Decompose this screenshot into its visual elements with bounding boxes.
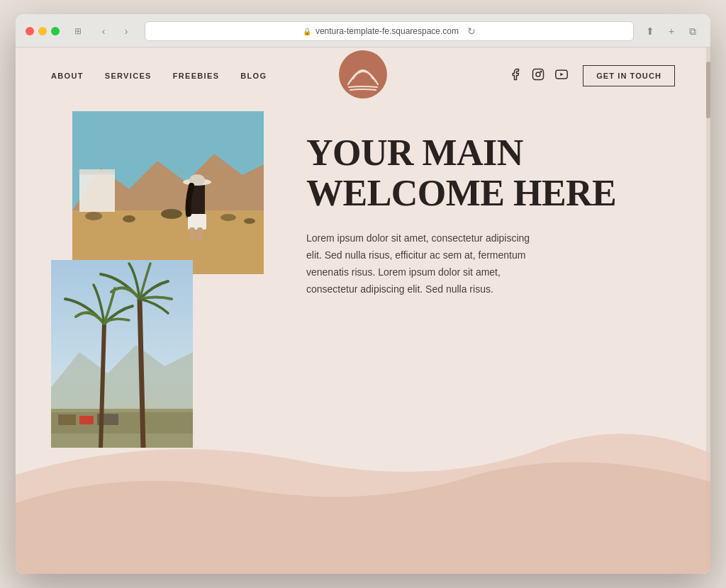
facebook-icon[interactable] (509, 68, 522, 84)
svg-line-30 (140, 299, 143, 448)
maximize-button[interactable] (51, 27, 60, 35)
forward-button[interactable]: › (116, 23, 136, 39)
back-button[interactable]: ‹ (94, 23, 113, 39)
social-icons (509, 68, 569, 84)
address-bar[interactable]: 🔒 ventura-template-fe.squarespace.com ↻ (145, 21, 634, 41)
browser-chrome: ⊞ ‹ › 🔒 ventura-template-fe.squarespace.… (16, 14, 710, 47)
svg-point-11 (244, 218, 255, 224)
youtube-icon[interactable] (554, 68, 569, 84)
minimize-button[interactable] (38, 27, 47, 35)
svg-point-2 (536, 72, 540, 77)
svg-point-3 (541, 71, 542, 72)
close-button[interactable] (26, 27, 34, 35)
svg-rect-27 (79, 416, 94, 424)
site-nav: ABOUT SERVICES FREEBIES BLOG (16, 47, 710, 104)
share-icon[interactable]: ⬆ (642, 23, 658, 39)
lock-icon: 🔒 (303, 28, 311, 35)
svg-rect-21 (79, 169, 115, 175)
hero-image-1 (72, 111, 264, 274)
svg-point-9 (123, 215, 135, 222)
hero-section: YOUR MAIN WELCOME HERE Lorem ipsum dolor… (16, 104, 710, 574)
svg-rect-20 (79, 174, 115, 212)
svg-rect-1 (533, 69, 544, 80)
website-content: ABOUT SERVICES FREEBIES BLOG (16, 47, 710, 574)
nav-item-freebies[interactable]: FREEBIES (173, 72, 220, 80)
browser-actions: ⬆ + ⧉ (642, 23, 700, 39)
nav-item-about[interactable]: ABOUT (51, 72, 84, 80)
grid-icon[interactable]: ⊞ (71, 24, 85, 38)
hero-image-2 (51, 260, 193, 448)
welcome-heading: YOUR MAIN WELCOME HERE (306, 132, 675, 213)
svg-rect-16 (189, 227, 195, 240)
traffic-lights (26, 27, 60, 35)
nav-left: ABOUT SERVICES FREEBIES BLOG (51, 72, 267, 80)
new-tab-icon[interactable]: + (664, 23, 679, 39)
svg-rect-26 (58, 414, 76, 425)
welcome-body-text: Lorem ipsum dolor sit amet, consectetur … (306, 230, 533, 298)
nav-item-services[interactable]: SERVICES (105, 72, 152, 80)
svg-marker-4 (560, 73, 563, 77)
browser-window: ⊞ ‹ › 🔒 ventura-template-fe.squarespace.… (16, 14, 710, 574)
nav-item-blog[interactable]: BLOG (240, 72, 267, 80)
svg-point-12 (161, 209, 182, 219)
svg-point-8 (85, 212, 102, 220)
instagram-icon[interactable] (532, 68, 544, 84)
heading-line-2: WELCOME HERE (306, 173, 616, 213)
tabs-icon[interactable]: ⧉ (685, 23, 700, 39)
nav-right: GET IN TOUCH (509, 65, 675, 86)
svg-rect-17 (197, 227, 203, 240)
text-column: YOUR MAIN WELCOME HERE Lorem ipsum dolor… (264, 104, 675, 298)
url-text: ventura-template-fe.squarespace.com (315, 26, 459, 36)
palm-scene-svg (51, 260, 193, 448)
nav-buttons: ‹ › (94, 23, 136, 39)
reload-icon[interactable]: ↻ (467, 26, 476, 37)
desert-scene-svg (72, 111, 264, 274)
svg-point-0 (339, 50, 387, 98)
window-controls: ⊞ (71, 24, 85, 38)
site-logo[interactable] (337, 49, 389, 103)
svg-point-10 (220, 214, 236, 221)
images-column (51, 111, 264, 448)
heading-line-1: YOUR MAIN (306, 132, 523, 173)
svg-rect-15 (188, 214, 206, 230)
get-in-touch-button[interactable]: GET IN TOUCH (583, 65, 675, 86)
